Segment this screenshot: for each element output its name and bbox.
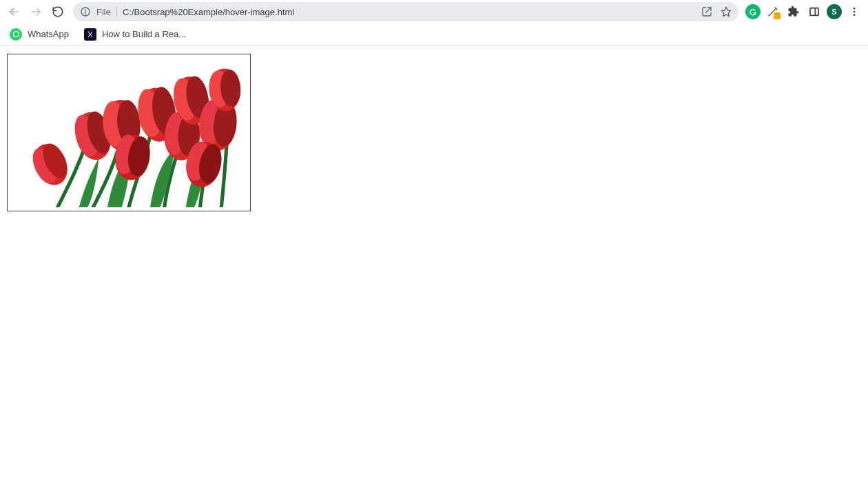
bookmark-label: How to Build a Rea... <box>102 29 186 39</box>
arrow-right-icon <box>30 6 42 18</box>
page-content <box>0 45 868 220</box>
reload-button[interactable] <box>48 2 68 21</box>
grammarly-extension-icon[interactable] <box>745 4 761 19</box>
back-button[interactable] <box>4 2 23 21</box>
svg-marker-5 <box>721 7 730 16</box>
bookmark-star-button[interactable] <box>721 6 732 17</box>
pinned-extension-icon[interactable] <box>765 3 781 20</box>
whatsapp-icon <box>10 28 22 41</box>
forward-button[interactable] <box>26 2 45 21</box>
browser-toolbar: File C:/Bootsrap%20Example/hover-image.h… <box>0 0 868 23</box>
hover-image-frame[interactable] <box>7 54 251 211</box>
bookmark-how-to-build[interactable]: How to Build a Rea... <box>81 27 189 42</box>
extensions-button[interactable] <box>785 3 802 20</box>
omnibox-divider <box>116 7 117 17</box>
profile-avatar[interactable]: S <box>827 4 842 19</box>
extension-badge-icon <box>774 12 781 19</box>
puzzle-icon <box>787 6 800 18</box>
svg-rect-6 <box>810 8 818 16</box>
tulip-image <box>11 58 247 207</box>
bookmark-whatsapp[interactable]: WhatsApp <box>7 27 72 42</box>
share-icon <box>701 6 712 17</box>
site-info-icon[interactable] <box>80 6 91 17</box>
arrow-left-icon <box>8 6 20 18</box>
svg-point-8 <box>854 8 856 10</box>
react-site-icon <box>84 28 96 41</box>
bookmark-label: WhatsApp <box>28 29 69 39</box>
side-panel-button[interactable] <box>806 3 823 20</box>
toolbar-actions: S <box>745 3 864 20</box>
bookmarks-bar: WhatsApp How to Build a Rea... <box>0 23 868 45</box>
grammarly-g-icon <box>749 8 757 16</box>
svg-point-9 <box>854 11 856 13</box>
profile-initial: S <box>831 8 836 16</box>
url-scheme-label: File <box>96 7 111 17</box>
share-button[interactable] <box>701 6 712 17</box>
star-icon <box>721 6 732 17</box>
kebab-menu-icon <box>849 6 860 17</box>
url-text: C:/Bootsrap%20Example/hover-image.html <box>123 7 693 17</box>
svg-point-4 <box>85 9 85 10</box>
panel-icon <box>809 6 820 17</box>
svg-point-10 <box>854 14 856 16</box>
reload-icon <box>52 6 64 18</box>
chrome-menu-button[interactable] <box>846 3 862 20</box>
omnibox[interactable]: File C:/Bootsrap%20Example/hover-image.h… <box>73 2 738 21</box>
